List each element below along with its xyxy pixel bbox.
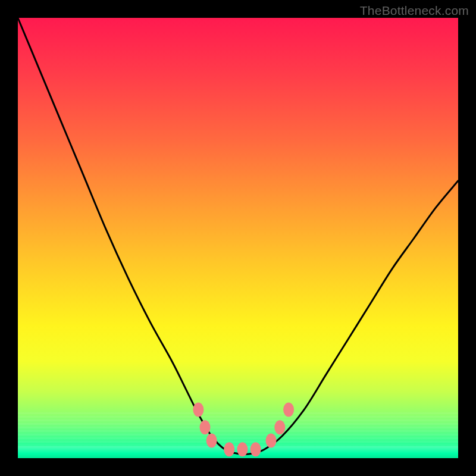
chart-frame: TheBottleneck.com — [0, 0, 476, 476]
curve-marker — [206, 433, 217, 447]
curve-marker — [266, 433, 277, 447]
curve-marker — [200, 420, 211, 434]
plot-area — [18, 18, 458, 458]
curve-marker — [193, 403, 203, 417]
curve-markers — [193, 403, 294, 457]
curve-marker — [224, 442, 234, 456]
bottleneck-curve — [18, 18, 458, 455]
watermark-text: TheBottleneck.com — [360, 4, 469, 18]
curve-marker — [250, 442, 261, 456]
chart-svg — [18, 18, 458, 458]
curve-marker — [274, 420, 285, 434]
curve-marker — [283, 403, 294, 417]
curve-marker — [237, 442, 248, 456]
